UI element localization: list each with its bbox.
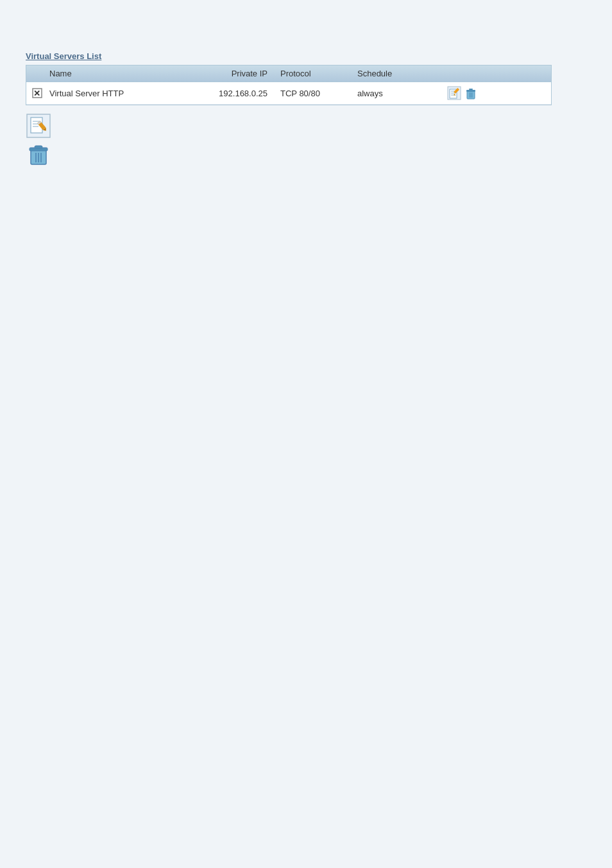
svg-rect-11 <box>469 89 473 90</box>
add-edit-button[interactable] <box>26 113 51 139</box>
delete-button[interactable] <box>464 86 478 100</box>
add-buttons-area <box>26 113 586 167</box>
row-private-ip: 192.168.0.25 <box>178 89 280 98</box>
row-protocol: TCP 80/80 <box>280 89 357 98</box>
header-schedule: Schedule <box>357 69 447 78</box>
row-checkbox[interactable]: ✕ <box>31 87 49 99</box>
virtual-servers-table: Name Private IP Protocol Schedule ✕ Virt… <box>26 65 552 105</box>
section-title: Virtual Servers List <box>26 51 586 61</box>
add-delete-button[interactable] <box>26 141 51 167</box>
table-header: Name Private IP Protocol Schedule <box>26 65 551 82</box>
header-private-ip: Private IP <box>178 69 280 78</box>
page-container: Virtual Servers List Name Private IP Pro… <box>0 0 612 193</box>
row-schedule: always <box>357 89 447 98</box>
svg-rect-10 <box>466 90 475 92</box>
row-action-buttons <box>447 86 546 100</box>
checkbox-checked-icon[interactable]: ✕ <box>31 87 43 99</box>
svg-text:✕: ✕ <box>33 89 40 98</box>
edit-button[interactable] <box>447 86 461 100</box>
header-name: Name <box>49 69 178 78</box>
table-row: ✕ Virtual Server HTTP 192.168.0.25 TCP 8… <box>26 82 551 105</box>
svg-rect-25 <box>35 146 42 148</box>
row-name: Virtual Server HTTP <box>49 89 178 98</box>
header-protocol: Protocol <box>280 69 357 78</box>
